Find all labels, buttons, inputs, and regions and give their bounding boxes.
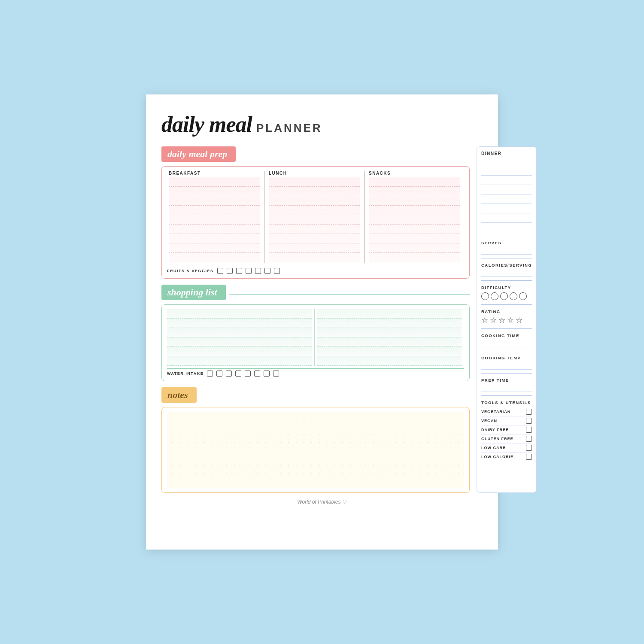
meal-line[interactable] <box>169 234 260 243</box>
shop-line[interactable] <box>317 337 462 347</box>
diet-row-low-carb: LOW CARB <box>481 444 532 453</box>
dinner-line[interactable] <box>481 204 532 213</box>
star-icon[interactable]: ☆ <box>516 316 522 324</box>
shop-line[interactable] <box>317 328 462 337</box>
shop-line[interactable] <box>167 337 312 347</box>
checkbox[interactable] <box>526 436 532 442</box>
dinner-line[interactable] <box>481 194 532 204</box>
notes-area[interactable]: ••••••••••••••••••••••••••••••••••••••••… <box>167 412 464 488</box>
checkbox[interactable] <box>216 371 222 377</box>
meal-line[interactable] <box>269 243 360 253</box>
meal-line[interactable] <box>169 243 260 253</box>
dinner-line[interactable] <box>481 185 532 194</box>
tools-label: TOOLS & UTENSILS <box>481 400 532 405</box>
checkbox[interactable] <box>227 268 233 274</box>
meal-line[interactable] <box>169 215 260 225</box>
difficulty-label: DIFFICULTY <box>481 285 532 290</box>
checkbox[interactable] <box>226 371 232 377</box>
checkbox[interactable] <box>526 409 532 415</box>
difficulty-circle[interactable] <box>491 292 498 300</box>
shop-line[interactable] <box>167 319 312 328</box>
meal-line[interactable] <box>269 225 360 234</box>
prep-time-line[interactable] <box>481 383 532 392</box>
checkbox[interactable] <box>235 371 241 377</box>
dinner-line[interactable] <box>481 166 532 176</box>
diet-row-low-calorie: LOW CALORIE <box>481 453 532 461</box>
meal-line[interactable] <box>369 215 460 225</box>
snacks-column: SNACKS <box>365 171 464 263</box>
checkbox[interactable] <box>264 268 270 274</box>
shop-line[interactable] <box>167 347 312 356</box>
diet-row-vegetarian: VEGETARIAN <box>481 407 532 416</box>
checkbox[interactable] <box>526 418 532 424</box>
serves-label: SERVES <box>481 240 532 245</box>
cooking-time-line[interactable] <box>481 339 532 347</box>
water-checkboxes <box>207 371 279 377</box>
checkbox[interactable] <box>207 371 213 377</box>
dinner-line[interactable] <box>481 223 532 232</box>
difficulty-circle[interactable] <box>481 292 489 300</box>
fruits-checkboxes <box>217 268 280 274</box>
shop-line[interactable] <box>317 319 462 328</box>
meal-line[interactable] <box>369 225 460 234</box>
breakfast-label: BREAKFAST <box>169 171 260 176</box>
shop-line[interactable] <box>317 356 462 366</box>
dinner-line[interactable] <box>481 213 532 223</box>
meal-line[interactable] <box>369 206 460 215</box>
cooking-temp-line[interactable] <box>481 361 532 370</box>
difficulty-circles <box>481 292 532 300</box>
meal-line[interactable] <box>169 177 260 187</box>
meal-line[interactable] <box>269 196 360 206</box>
meal-line[interactable] <box>269 187 360 196</box>
meal-line[interactable] <box>369 234 460 243</box>
shop-line[interactable] <box>317 309 462 319</box>
diet-label: VEGAN <box>481 419 497 423</box>
meal-line[interactable] <box>269 215 360 225</box>
shop-line[interactable] <box>167 356 312 366</box>
checkbox[interactable] <box>236 268 242 274</box>
diet-label: LOW CARB <box>481 446 506 450</box>
meal-line[interactable] <box>269 177 360 187</box>
meal-line[interactable] <box>169 225 260 234</box>
checkbox[interactable] <box>274 268 280 274</box>
meal-line[interactable] <box>369 177 460 187</box>
star-icon[interactable]: ☆ <box>498 316 505 324</box>
meal-line[interactable] <box>169 187 260 196</box>
meal-line[interactable] <box>169 196 260 206</box>
shopping-box: WATER INTAKE <box>161 304 470 381</box>
checkbox[interactable] <box>526 454 532 460</box>
difficulty-circle[interactable] <box>519 292 527 300</box>
difficulty-circle[interactable] <box>510 292 517 300</box>
shop-line[interactable] <box>167 328 312 337</box>
diet-row-gluten-free: GLUTEN FREE <box>481 434 532 444</box>
serves-line[interactable] <box>481 246 532 255</box>
checkbox[interactable] <box>526 445 532 451</box>
meal-line[interactable] <box>369 243 460 253</box>
snacks-lines <box>369 177 460 263</box>
checkbox[interactable] <box>273 371 279 377</box>
star-icon[interactable]: ☆ <box>490 316 497 324</box>
checkbox[interactable] <box>217 268 223 274</box>
meal-line[interactable] <box>169 206 260 215</box>
checkbox[interactable] <box>255 268 261 274</box>
meal-line[interactable] <box>269 234 360 243</box>
checkbox[interactable] <box>246 268 252 274</box>
meal-line[interactable] <box>369 196 460 206</box>
star-icon[interactable]: ☆ <box>507 316 514 324</box>
footer: World of Printables ♡ <box>161 499 483 505</box>
checkbox[interactable] <box>254 371 260 377</box>
title-row: daily meal PLANNER <box>161 112 483 137</box>
calories-line[interactable] <box>481 268 532 277</box>
shop-line[interactable] <box>167 309 312 319</box>
difficulty-circle[interactable] <box>500 292 508 300</box>
divider <box>481 351 532 351</box>
shop-line[interactable] <box>317 347 462 356</box>
checkbox[interactable] <box>245 371 251 377</box>
star-icon[interactable]: ☆ <box>481 316 488 324</box>
meal-line[interactable] <box>369 187 460 196</box>
meal-line[interactable] <box>269 206 360 215</box>
checkbox[interactable] <box>264 371 270 377</box>
checkbox[interactable] <box>526 427 532 433</box>
dinner-line[interactable] <box>481 157 532 166</box>
dinner-line[interactable] <box>481 176 532 185</box>
